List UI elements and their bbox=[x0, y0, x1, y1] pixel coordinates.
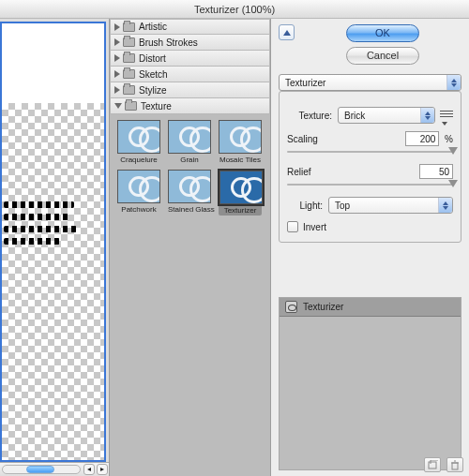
scroll-left-button[interactable]: ◂ bbox=[83, 464, 95, 475]
category-row-brush-strokes[interactable]: Brush Strokes bbox=[110, 35, 270, 51]
light-select-value: Top bbox=[335, 201, 350, 211]
scrollbar-thumb[interactable] bbox=[26, 466, 54, 473]
thumb-image bbox=[168, 120, 211, 154]
thumb-stained-glass[interactable]: Stained Glass bbox=[168, 170, 211, 216]
settings-pane: OK Cancel Texturizer Texture: Brick bbox=[271, 19, 469, 476]
category-label: Texture bbox=[141, 101, 172, 112]
disclosure-right-icon bbox=[114, 86, 120, 94]
light-select[interactable]: Top bbox=[328, 197, 453, 214]
thumb-craquelure[interactable]: Craquelure bbox=[117, 120, 160, 164]
relief-input[interactable] bbox=[419, 164, 453, 179]
thumb-image bbox=[117, 120, 160, 154]
filter-select-value: Texturizer bbox=[285, 78, 325, 88]
thumb-label: Mosaic Tiles bbox=[219, 156, 262, 164]
filter-options-panel: Texture: Brick Scaling % bbox=[279, 91, 461, 243]
thumb-image bbox=[219, 171, 263, 204]
thumb-label: Texturizer bbox=[219, 206, 261, 215]
folder-icon bbox=[125, 101, 137, 111]
trash-icon bbox=[450, 460, 460, 470]
texture-select[interactable]: Brick bbox=[338, 107, 435, 124]
preview-h-scrollbar[interactable]: ◂ ▸ bbox=[0, 462, 109, 476]
disclosure-right-icon bbox=[114, 54, 120, 62]
effect-layers-panel: Texturizer bbox=[279, 297, 461, 470]
thumb-label: Patchwork bbox=[117, 205, 160, 214]
folder-icon bbox=[123, 69, 135, 79]
thumb-patchwork[interactable]: Patchwork bbox=[117, 170, 160, 216]
invert-checkbox[interactable] bbox=[287, 221, 298, 232]
scaling-slider[interactable] bbox=[287, 149, 453, 155]
disclosure-right-icon bbox=[114, 23, 120, 31]
texture-label: Texture: bbox=[287, 111, 332, 121]
folder-icon bbox=[123, 85, 135, 95]
category-row-stylize[interactable]: Stylize bbox=[110, 82, 270, 98]
svg-rect-0 bbox=[429, 462, 436, 469]
thumb-grain[interactable]: Grain bbox=[168, 120, 211, 164]
slider-thumb[interactable] bbox=[448, 147, 458, 155]
thumb-label: Stained Glass bbox=[168, 205, 211, 214]
scroll-right-button[interactable]: ▸ bbox=[97, 464, 108, 475]
scaling-input[interactable] bbox=[405, 131, 439, 146]
thumb-label: Grain bbox=[168, 156, 211, 164]
category-label: Sketch bbox=[139, 69, 168, 80]
delete-effect-layer-button[interactable] bbox=[446, 457, 463, 472]
relief-label: Relief bbox=[287, 167, 311, 177]
scaling-label: Scaling bbox=[287, 134, 318, 144]
preview-canvas[interactable] bbox=[0, 22, 106, 462]
window-body: ◂ ▸ ArtisticBrush StrokesDistortSketchSt… bbox=[0, 19, 469, 476]
category-label: Distort bbox=[139, 53, 166, 64]
svg-rect-1 bbox=[452, 463, 458, 469]
filter-select[interactable]: Texturizer bbox=[279, 74, 461, 91]
collapse-categories-button[interactable] bbox=[279, 24, 295, 40]
texture-thumbnails: CraquelureGrainMosaic TilesPatchworkStai… bbox=[110, 114, 270, 225]
category-row-distort[interactable]: Distort bbox=[110, 51, 270, 67]
filter-categories-pane: ArtisticBrush StrokesDistortSketchStyliz… bbox=[110, 19, 271, 476]
disclosure-down-icon bbox=[114, 103, 122, 109]
stepper-icon bbox=[420, 108, 434, 123]
texture-flyout-icon[interactable] bbox=[440, 111, 453, 120]
folder-icon bbox=[123, 53, 135, 63]
stepper-icon bbox=[438, 198, 452, 213]
category-row-texture[interactable]: Texture bbox=[110, 98, 270, 114]
percent-label: % bbox=[445, 134, 453, 144]
category-row-sketch[interactable]: Sketch bbox=[110, 67, 270, 82]
effect-layer-row[interactable]: Texturizer bbox=[280, 298, 461, 317]
cancel-button[interactable]: Cancel bbox=[346, 47, 419, 65]
thumb-mosaic-tiles[interactable]: Mosaic Tiles bbox=[219, 120, 262, 164]
category-row-artistic[interactable]: Artistic bbox=[110, 19, 270, 35]
preview-pane: ◂ ▸ bbox=[0, 19, 110, 476]
disclosure-right-icon bbox=[114, 38, 120, 46]
category-label: Artistic bbox=[139, 22, 167, 32]
folder-icon bbox=[123, 37, 135, 47]
category-label: Brush Strokes bbox=[139, 37, 198, 48]
thumb-texturizer[interactable]: Texturizer bbox=[219, 170, 262, 216]
thumb-image bbox=[219, 120, 262, 154]
thumb-image bbox=[168, 170, 211, 203]
folder-icon bbox=[123, 22, 135, 32]
visibility-eye-icon[interactable] bbox=[285, 301, 297, 313]
effect-layer-label: Texturizer bbox=[303, 302, 343, 312]
window-title: Texturizer (100%) bbox=[0, 0, 469, 19]
relief-slider[interactable] bbox=[287, 182, 453, 187]
new-layer-icon bbox=[428, 460, 438, 469]
invert-label: Invert bbox=[303, 222, 326, 232]
category-list: ArtisticBrush StrokesDistortSketchStyliz… bbox=[110, 19, 270, 114]
texture-select-value: Brick bbox=[344, 111, 365, 121]
thumb-image bbox=[117, 170, 160, 203]
thumb-label: Craquelure bbox=[117, 156, 160, 164]
slider-thumb[interactable] bbox=[448, 180, 458, 187]
new-effect-layer-button[interactable] bbox=[424, 457, 441, 472]
category-label: Stylize bbox=[139, 85, 166, 96]
ok-button[interactable]: OK bbox=[346, 24, 419, 42]
preview-content bbox=[4, 201, 79, 250]
chevron-up-icon bbox=[283, 30, 291, 36]
stepper-icon bbox=[446, 75, 461, 90]
transparency-checker bbox=[2, 103, 104, 460]
disclosure-right-icon bbox=[114, 70, 120, 78]
light-label: Light: bbox=[287, 201, 323, 211]
filter-gallery-window: Texturizer (100%) ◂ ▸ ArtisticBrush Stro… bbox=[0, 0, 469, 476]
